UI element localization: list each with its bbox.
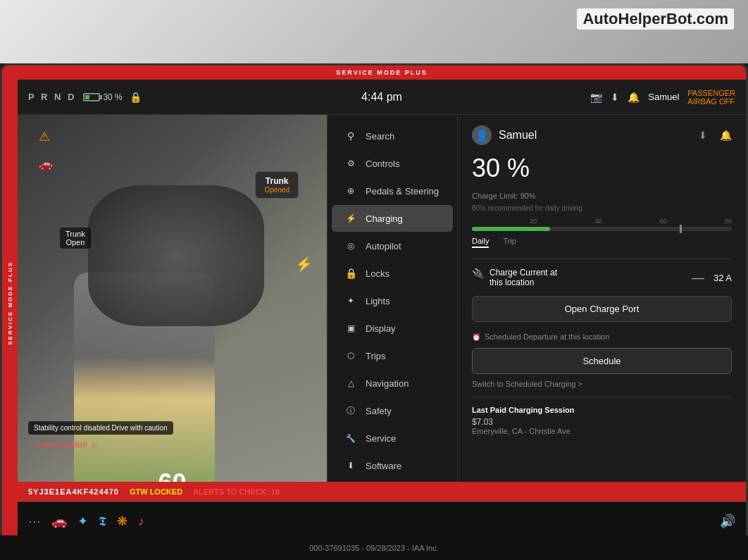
tab-daily[interactable]: Daily [472,235,489,248]
bottom-icon-car[interactable]: 🚗 [51,514,67,529]
service-mode-border-top: SERVICE MODE PLUS [18,66,746,80]
gear-display: P R N D [28,92,76,102]
vin-number: 5YJ3E1EA4KF424470 [28,487,119,496]
service-mode-label-left: SERVICE MODE PLUS [7,261,13,345]
nav-item-controls[interactable]: Controls [332,150,453,177]
nav-label-charging: Charging [366,213,403,224]
last-paid-location: Emeryville, CA - Christie Ave [472,427,732,435]
divider-1 [472,259,732,259]
top-bar-left: P R N D 30 % 🔒 [28,92,142,103]
gtw-locked-label: GTW LOCKED [130,487,182,496]
charging-settings-panel: 👤 Samuel ⬇ 🔔 30 % Charge Limit: 90% 80% … [458,115,746,540]
nav-item-navigation[interactable]: Navigation [332,370,453,397]
nav-label-safety: Safety [366,406,392,416]
service-mode-label-top: SERVICE MODE PLUS [336,69,427,76]
trunk-popup-title: Trunk [264,176,289,186]
daily-trip-tabs: Daily Trip [472,235,732,248]
warning-icon-2: 🚗 [39,157,53,170]
nav-item-display[interactable]: Display [332,315,453,342]
battery-percent-top: 30 % [103,92,122,102]
pedals-icon [344,185,357,197]
trunk-open-label: TrunkOpen [60,228,91,249]
top-bar: P R N D 30 % 🔒 4:44 pm 📷 ⬇ 🔔 Samuel PASS… [18,80,746,115]
charge-current-value: 32 A [713,273,732,283]
scale-80: 80 [725,218,732,225]
charge-current-controls: — 32 A [690,270,732,285]
footer-info: 000-37691035 - 09/28/2023 - IAA Inc. [0,535,748,560]
switch-scheduled-charging[interactable]: Switch to Scheduled Charging > [472,380,732,388]
bottom-bar: ⋯ 🚗 ✦ 𝕿 ❋ ♪ 🔊 [18,502,746,540]
seatbelt-alert: ⚠ Fasten Seatbelt ⚠ [28,441,97,449]
nav-menu: Search Controls Pedals & Steering Chargi… [328,115,458,540]
display-icon [344,322,357,335]
battery-icon [83,93,100,101]
settings-user-row: 👤 Samuel ⬇ 🔔 [472,125,732,145]
nav-item-search[interactable]: Search [332,123,453,149]
nav-label-navigation: Navigation [366,378,409,389]
charge-limit-label: Charge Limit: 90% [472,192,732,200]
user-avatar: 👤 [472,125,492,145]
open-charge-port-button[interactable]: Open Charge Port [472,296,732,322]
nav-item-lights[interactable]: Lights [332,287,453,314]
bottom-icon-note[interactable]: ♪ [138,514,144,529]
nav-item-pedals[interactable]: Pedals & Steering [332,178,453,204]
nav-item-service[interactable]: Service [332,425,453,452]
download-icon-settings: ⬇ [699,130,707,141]
bottom-icon-menu[interactable]: ⋯ [28,514,41,529]
nav-label-trips: Trips [366,351,385,361]
camera-icon: 📷 [590,92,602,103]
navigation-icon [344,377,357,390]
service-mode-border-left: SERVICE MODE PLUS [2,66,18,540]
charge-limit-sublabel: 80% recommended for daily driving [472,204,732,212]
bottom-icon-volume[interactable]: 🔊 [720,514,735,529]
bottom-icon-music[interactable]: ❋ [117,514,127,529]
charge-progress-bar[interactable] [472,227,732,231]
charge-current-row: 🔌 Charge Current atthis location — 32 A [472,268,732,287]
nav-label-pedals: Pedals & Steering [366,186,439,197]
nav-label-lights: Lights [366,296,390,306]
right-panel: Search Controls Pedals & Steering Chargi… [328,115,746,540]
trunk-popup-status: Opened [264,186,289,194]
nav-label-autopilot: Autopilot [366,241,401,251]
schedule-button[interactable]: Schedule [472,348,732,374]
trunk-popup: Trunk Opened [255,171,299,199]
charge-scale: 20 40 60 80 [472,218,732,225]
bottom-icon-app[interactable]: 𝕿 [99,514,106,529]
charge-limit-section: Charge Limit: 90% 80% recommended for da… [472,192,732,248]
divider-2 [472,397,732,397]
safety-icon [344,404,357,417]
battery-fill [85,95,89,99]
passenger-airbag-off: PASSENGERAIRBAG OFF [687,89,735,106]
nav-item-charging[interactable]: Charging [332,205,453,232]
nav-label-display: Display [366,323,396,334]
charge-current-label: 🔌 Charge Current atthis location [472,268,557,287]
scale-20: 20 [530,218,537,225]
nav-item-locks[interactable]: 🔒 Locks [332,260,453,287]
download-icon: ⬇ [611,92,619,103]
alarm-icon [472,332,480,341]
warning-icon-1: ⚠ [39,129,50,144]
nav-item-autopilot[interactable]: Autopilot [332,232,453,259]
charge-decrease-button[interactable]: — [690,270,706,285]
charging-plug-icon: ⚡ [295,256,313,273]
car-view-panel: ⚠ 🚗 ⚡ Trunk Opened TrunkOpen Stability c… [18,115,328,540]
nav-label-service: Service [366,433,396,444]
nav-item-software[interactable]: Software [332,452,453,479]
software-icon [344,459,357,472]
tab-trip[interactable]: Trip [503,235,516,248]
lights-icon [344,294,357,307]
watermark: AutoHelperBot.com [577,8,734,30]
bottom-icon-bluetooth[interactable]: ✦ [77,514,88,529]
scheduled-departure-text: Scheduled Departure at this location [485,332,609,341]
battery-percent-large: 30 % [472,154,732,183]
seatbelt-label: Fasten Seatbelt [38,441,87,449]
seatbelt-warning-icon: ⚠ [91,441,97,449]
bell-icon-settings: 🔔 [720,130,732,141]
nav-label-search: Search [366,131,394,142]
scheduled-departure-label: Scheduled Departure at this location [472,332,732,341]
autopilot-icon [344,239,357,252]
lock-icon-top: 🔒 [130,92,142,103]
nav-item-safety[interactable]: Safety [332,397,453,424]
stability-alert: Stability control disabled Drive with ca… [28,421,173,435]
nav-item-trips[interactable]: Trips [332,342,453,369]
